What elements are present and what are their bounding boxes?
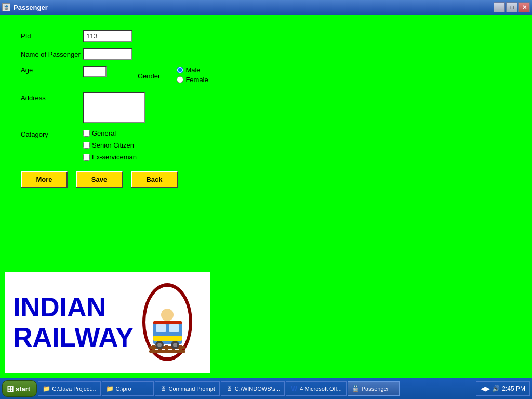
pid-label: PId bbox=[21, 32, 83, 40]
gender-female-radio[interactable] bbox=[177, 76, 183, 83]
buttons-row: More Save Back bbox=[21, 171, 511, 188]
svg-rect-11 bbox=[169, 324, 179, 332]
taskbar-item-passenger[interactable]: 🚆 Passenger bbox=[348, 381, 400, 396]
age-label: Age bbox=[21, 66, 83, 74]
taskbar-icon-windows: 🖥 bbox=[225, 385, 233, 392]
taskbar-item-office[interactable]: W 4 Microsoft Off... bbox=[286, 381, 347, 396]
category-ex-serviceman-label: Ex-serviceman bbox=[92, 153, 137, 161]
name-input[interactable] bbox=[83, 48, 132, 60]
gender-label: Gender bbox=[138, 72, 160, 80]
close-button[interactable]: ✕ bbox=[518, 2, 530, 12]
address-label: Address bbox=[21, 92, 83, 102]
windows-logo: ⊞ bbox=[7, 384, 14, 394]
taskbar-label-cmd: Command Prompt bbox=[169, 385, 215, 392]
maximize-button[interactable]: □ bbox=[506, 2, 517, 12]
taskbar-clock: ◀▶ 🔊 2:45 PM bbox=[476, 381, 530, 396]
train-logo bbox=[139, 280, 196, 365]
pid-row: PId bbox=[21, 30, 511, 42]
gender-male-option: Male bbox=[177, 66, 208, 74]
svg-point-14 bbox=[157, 343, 162, 347]
form-area: PId Name of Passenger Age Gender Male bbox=[0, 15, 532, 198]
category-section: Catagory General Senior Citizen Ex-servi… bbox=[21, 129, 511, 161]
name-row: Name of Passenger bbox=[21, 48, 511, 60]
railway-line2: RAILWAY bbox=[13, 323, 134, 352]
category-general: General bbox=[83, 129, 137, 137]
pid-input[interactable] bbox=[83, 30, 132, 42]
start-button[interactable]: ⊞ start bbox=[2, 380, 37, 397]
gender-female-option: Female bbox=[177, 76, 208, 84]
taskbar-label-passenger: Passenger bbox=[362, 385, 389, 392]
gender-female-label: Female bbox=[185, 76, 208, 84]
save-button[interactable]: Save bbox=[76, 171, 123, 188]
tray-icon-sound: 🔊 bbox=[492, 385, 500, 392]
taskbar-icon-office: W bbox=[290, 385, 298, 392]
svg-rect-4 bbox=[152, 345, 155, 353]
railway-line1: INDIAN bbox=[13, 292, 134, 322]
taskbar-icon-cmd: 🖥 bbox=[159, 385, 167, 392]
taskbar-item-java[interactable]: 📁 G:\Java Project... bbox=[38, 381, 100, 396]
age-input[interactable] bbox=[83, 66, 107, 77]
clock-time: 2:45 PM bbox=[502, 385, 525, 392]
minimize-button[interactable]: _ bbox=[494, 2, 505, 12]
taskbar-icon-passenger: 🚆 bbox=[352, 385, 360, 392]
category-senior-citizen-checkbox[interactable] bbox=[83, 142, 90, 149]
category-senior-citizen-label: Senior Citizen bbox=[92, 141, 134, 149]
gender-male-label: Male bbox=[185, 66, 200, 74]
taskbar-item-windows[interactable]: 🖥 C:\WINDOWS\s... bbox=[221, 381, 285, 396]
svg-rect-18 bbox=[153, 321, 182, 324]
svg-rect-6 bbox=[165, 345, 168, 353]
taskbar-label-windows: C:\WINDOWS\s... bbox=[235, 385, 280, 392]
window-content: PId Name of Passenger Age Gender Male bbox=[0, 15, 532, 378]
title-bar-left: 🚆 Passenger bbox=[2, 3, 48, 11]
tray-icon-network: ◀▶ bbox=[481, 385, 490, 392]
category-options: General Senior Citizen Ex-serviceman bbox=[83, 129, 137, 161]
address-row: Address bbox=[21, 92, 511, 123]
svg-point-17 bbox=[161, 309, 174, 321]
taskbar-item-cmd[interactable]: 🖥 Command Prompt bbox=[155, 381, 220, 396]
more-button[interactable]: More bbox=[21, 171, 68, 188]
category-ex-serviceman: Ex-serviceman bbox=[83, 153, 137, 161]
window-title: Passenger bbox=[14, 4, 48, 11]
taskbar-icon-cpro: 📁 bbox=[107, 385, 114, 392]
category-senior-citizen: Senior Citizen bbox=[83, 141, 137, 149]
gender-section: Gender Male Female bbox=[138, 66, 208, 86]
taskbar: ⊞ start 📁 G:\Java Project... 📁 C:\pro 🖥 … bbox=[0, 378, 532, 399]
taskbar-icon-java: 📁 bbox=[43, 385, 50, 392]
age-gender-row: Age Gender Male Female bbox=[21, 66, 511, 86]
category-general-label: General bbox=[92, 129, 116, 137]
taskbar-label-java: G:\Java Project... bbox=[52, 385, 96, 392]
gender-options: Male Female bbox=[177, 66, 208, 86]
railway-text: INDIAN RAILWAY bbox=[13, 292, 134, 352]
category-general-checkbox[interactable] bbox=[83, 130, 90, 137]
railway-banner: INDIAN RAILWAY bbox=[5, 272, 210, 373]
svg-rect-12 bbox=[153, 336, 182, 341]
title-buttons: _ □ ✕ bbox=[494, 2, 530, 12]
name-label: Name of Passenger bbox=[21, 50, 83, 58]
gender-male-radio[interactable] bbox=[177, 66, 183, 73]
start-label: start bbox=[16, 385, 30, 393]
title-bar: 🚆 Passenger _ □ ✕ bbox=[0, 0, 532, 15]
taskbar-item-cpro[interactable]: 📁 C:\pro bbox=[102, 381, 154, 396]
taskbar-label-office: 4 Microsoft Off... bbox=[300, 385, 342, 392]
tray-icons: ◀▶ 🔊 bbox=[481, 385, 500, 392]
back-button[interactable]: Back bbox=[131, 171, 178, 188]
taskbar-label-cpro: C:\pro bbox=[116, 385, 131, 392]
svg-point-16 bbox=[173, 343, 177, 347]
category-label: Catagory bbox=[21, 129, 83, 138]
app-icon: 🚆 bbox=[2, 3, 10, 11]
address-input[interactable] bbox=[83, 92, 145, 123]
category-ex-serviceman-checkbox[interactable] bbox=[83, 154, 90, 161]
svg-rect-10 bbox=[156, 324, 166, 332]
svg-rect-8 bbox=[179, 345, 182, 353]
